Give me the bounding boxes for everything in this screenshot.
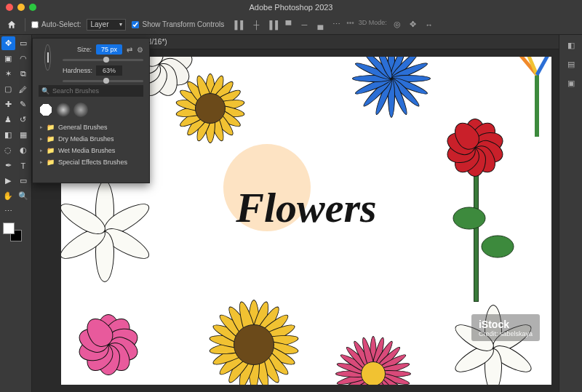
watermark-credit: Credit: sabelskaya [479, 330, 533, 337]
dodge-tool[interactable]: ◐ [17, 143, 31, 157]
lasso-tool[interactable]: ◠ [17, 52, 31, 65]
auto-select-checkbox[interactable]: Auto-Select: [31, 20, 81, 28]
align-center-v-icon[interactable]: ─ [298, 19, 310, 31]
red-rose [435, 108, 515, 188]
quick-select-tool[interactable]: ✶ [1, 67, 15, 81]
brush-tool[interactable]: ✎ [17, 97, 31, 111]
brush-search-placeholder: Search Brushes [52, 87, 99, 95]
brush-folder[interactable]: ▸📁Wet Media Brushes [36, 145, 146, 156]
three-d-slide-icon[interactable]: ↔ [423, 19, 435, 31]
path-select-tool[interactable]: ▶ [1, 174, 15, 188]
edit-toolbar-button[interactable]: ⋯ [1, 204, 15, 218]
clone-stamp-tool[interactable]: ♟ [1, 113, 15, 127]
sunflower-bottom [192, 283, 316, 385]
brush-folder[interactable]: ▸📁Special Effects Brushes [36, 156, 146, 168]
tools-panel: ✥▭ ▣◠ ✶⧉ ▢🖉 ✚✎ ♟↺ ◧▦ ◌◐ ✒T ▶▭ ✋🔍 ⋯ [0, 35, 32, 392]
brush-hardness-slider[interactable] [63, 80, 143, 82]
cornflower [340, 57, 442, 115]
home-button[interactable] [4, 17, 19, 32]
caret-right-icon: ▸ [40, 148, 43, 153]
folder-icon: 📁 [47, 159, 55, 166]
white-lily-left [61, 173, 163, 289]
move-tool[interactable]: ✥ [1, 36, 15, 50]
white-lily-right [442, 297, 544, 385]
close-button[interactable] [6, 4, 13, 11]
auto-select-target-dropdown[interactable]: Layer ▾ [87, 19, 126, 31]
zoom-button[interactable] [29, 4, 36, 11]
minimize-button[interactable] [17, 4, 25, 11]
brush-folders-list: ▸📁General Brushes▸📁Dry Media Brushes▸📁We… [33, 120, 149, 169]
gradient-tool[interactable]: ▦ [17, 128, 31, 142]
brush-preset-hard-round[interactable] [39, 103, 53, 117]
window-titlebar: Adobe Photoshop 2023 [0, 0, 582, 15]
home-icon [7, 20, 17, 30]
align-center-h-icon[interactable]: ┼ [250, 19, 262, 31]
marquee-tool[interactable]: ▣ [1, 52, 15, 65]
brush-recent-presets [33, 100, 149, 120]
auto-select-value: Layer [90, 20, 108, 28]
show-transform-controls-checkbox[interactable]: Show Transform Controls [132, 20, 224, 28]
gear-icon[interactable]: ⚙ [137, 46, 143, 54]
watermark-brand: iStock [479, 319, 533, 330]
folder-icon: 📁 [47, 124, 55, 131]
app-title: Adobe Photoshop 2023 [0, 3, 582, 12]
align-bottom-icon[interactable]: ▄ [314, 19, 326, 31]
brush-size-slider[interactable] [63, 59, 143, 61]
caret-right-icon: ▸ [40, 159, 43, 165]
artwork-title: Flowers [236, 183, 376, 232]
svg-point-0 [453, 207, 485, 229]
blur-tool[interactable]: ◌ [1, 143, 15, 157]
brush-folder-label: Special Effects Brushes [58, 159, 127, 166]
stock-watermark: iStock Credit: sabelskaya [471, 314, 540, 341]
folder-icon: 📁 [47, 135, 55, 143]
frame-tool[interactable]: ▢ [1, 82, 15, 96]
brush-size-label: Size: [63, 46, 92, 53]
hand-tool[interactable]: ✋ [1, 189, 15, 203]
brush-flip-icon[interactable]: ⇄ [127, 46, 132, 54]
more-icon[interactable]: ••• [346, 19, 354, 31]
collapsed-panels-dock: ◧ ▤ ▣ [559, 35, 582, 392]
align-left-icon[interactable]: ▌▌ [234, 19, 246, 31]
three-d-mode-label: 3D Mode: [359, 19, 387, 31]
foreground-background-colors[interactable] [1, 223, 28, 246]
pink-gerbera [326, 327, 420, 385]
brush-tip-preview[interactable] [44, 44, 51, 71]
brush-search-input[interactable]: 🔍 Search Brushes [39, 85, 143, 97]
caret-right-icon: ▸ [40, 136, 43, 142]
history-brush-tool[interactable]: ↺ [17, 113, 31, 127]
auto-select-label: Auto-Select: [41, 20, 81, 28]
zoom-tool[interactable]: 🔍 [17, 189, 31, 203]
brush-size-value[interactable]: 75 px [96, 44, 122, 55]
healing-brush-tool[interactable]: ✚ [1, 97, 15, 111]
brush-preset-soft-round[interactable] [56, 103, 71, 117]
align-right-icon[interactable]: ▐▐ [266, 19, 278, 31]
align-icons: ▌▌ ┼ ▐▐ ▀ ─ ▄ ⋯ ••• 3D Mode: ◎ ✥ ↔ [234, 19, 435, 31]
brush-preset-panel: Size: 75 px ⇄ ⚙ Hardness: 63% 🔍 Search B… [32, 38, 150, 183]
eyedropper-tool[interactable]: 🖉 [17, 82, 31, 96]
brush-folder-label: Dry Media Brushes [58, 135, 114, 143]
foreground-color-swatch[interactable] [3, 223, 15, 234]
folder-icon: 📁 [47, 147, 55, 154]
crop-tool[interactable]: ⧉ [17, 67, 31, 81]
caret-right-icon: ▸ [40, 124, 43, 130]
rectangle-tool[interactable]: ▭ [17, 174, 31, 188]
pen-tool[interactable]: ✒ [1, 159, 15, 172]
brush-folder[interactable]: ▸📁General Brushes [36, 121, 146, 133]
artboard-tool[interactable]: ▭ [17, 36, 31, 50]
brush-hardness-value[interactable]: 63% [96, 65, 122, 76]
brush-hardness-label: Hardness: [63, 67, 92, 74]
svg-point-1 [482, 236, 514, 257]
distribute-h-icon[interactable]: ⋯ [330, 19, 342, 31]
properties-panel-icon[interactable]: ▤ [565, 58, 577, 70]
eraser-tool[interactable]: ◧ [1, 128, 15, 142]
brush-preset-softer-round[interactable] [73, 103, 88, 117]
layers-panel-icon[interactable]: ▣ [565, 77, 577, 89]
brush-folder[interactable]: ▸📁Dry Media Brushes [36, 133, 146, 145]
type-tool[interactable]: T [17, 159, 31, 172]
align-top-icon[interactable]: ▀ [282, 19, 294, 31]
color-panel-icon[interactable]: ◧ [565, 39, 577, 51]
three-d-orbit-icon[interactable]: ◎ [391, 19, 403, 31]
search-icon: 🔍 [41, 87, 49, 95]
three-d-pan-icon[interactable]: ✥ [407, 19, 419, 31]
bird-of-paradise [515, 57, 551, 137]
